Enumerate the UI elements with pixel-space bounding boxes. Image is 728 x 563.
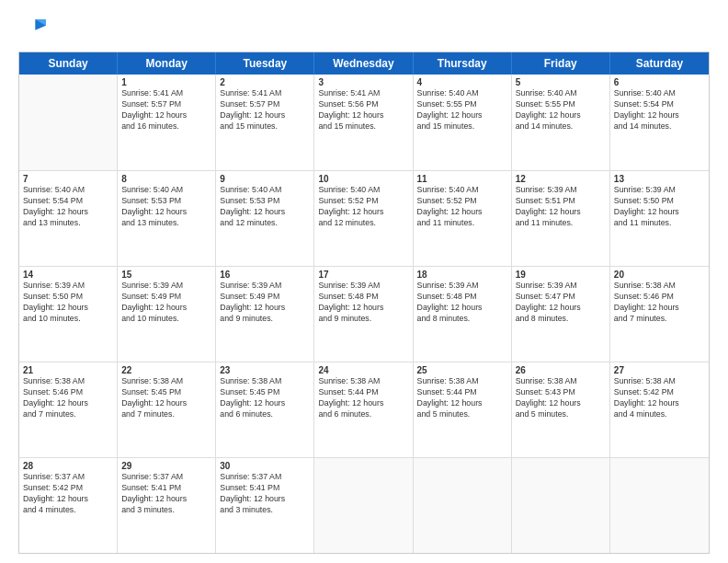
cell-date-number: 16 (220, 270, 310, 280)
cell-sun-info: Sunrise: 5:39 AMSunset: 5:47 PMDaylight:… (516, 281, 606, 325)
header-day-saturday: Saturday (610, 52, 709, 75)
header (18, 15, 710, 42)
calendar-cell: 14Sunrise: 5:39 AMSunset: 5:50 PMDayligh… (19, 267, 118, 362)
cell-date-number: 15 (121, 270, 211, 280)
cell-sun-info: Sunrise: 5:41 AMSunset: 5:57 PMDaylight:… (220, 88, 310, 132)
cell-date-number: 25 (417, 365, 507, 375)
cell-date-number: 4 (417, 77, 507, 87)
header-day-tuesday: Tuesday (216, 52, 314, 75)
cell-sun-info: Sunrise: 5:38 AMSunset: 5:46 PMDaylight:… (23, 376, 113, 420)
cell-date-number: 9 (220, 174, 310, 184)
calendar: SundayMondayTuesdayWednesdayThursdayFrid… (18, 52, 710, 554)
cell-date-number: 7 (23, 174, 113, 184)
calendar-cell: 22Sunrise: 5:38 AMSunset: 5:45 PMDayligh… (118, 362, 216, 457)
calendar-cell: 6Sunrise: 5:40 AMSunset: 5:54 PMDaylight… (610, 75, 709, 170)
calendar-cell (512, 458, 610, 553)
calendar-cell: 13Sunrise: 5:39 AMSunset: 5:50 PMDayligh… (610, 171, 709, 266)
cell-date-number: 19 (516, 270, 606, 280)
cell-sun-info: Sunrise: 5:40 AMSunset: 5:54 PMDaylight:… (23, 185, 113, 229)
calendar-cell: 26Sunrise: 5:38 AMSunset: 5:43 PMDayligh… (512, 362, 610, 457)
calendar-cell: 11Sunrise: 5:40 AMSunset: 5:52 PMDayligh… (414, 171, 512, 266)
header-day-friday: Friday (512, 52, 610, 75)
cell-sun-info: Sunrise: 5:38 AMSunset: 5:42 PMDaylight:… (614, 376, 705, 420)
cell-date-number: 29 (121, 461, 211, 471)
cell-sun-info: Sunrise: 5:40 AMSunset: 5:54 PMDaylight:… (614, 88, 705, 132)
calendar-cell: 3Sunrise: 5:41 AMSunset: 5:56 PMDaylight… (314, 75, 413, 170)
cell-sun-info: Sunrise: 5:40 AMSunset: 5:52 PMDaylight:… (417, 185, 507, 229)
cell-date-number: 20 (614, 270, 705, 280)
page: SundayMondayTuesdayWednesdayThursdayFrid… (0, 0, 728, 563)
cell-sun-info: Sunrise: 5:41 AMSunset: 5:57 PMDaylight:… (121, 88, 211, 132)
cell-date-number: 6 (614, 77, 705, 87)
cell-sun-info: Sunrise: 5:40 AMSunset: 5:53 PMDaylight:… (121, 185, 211, 229)
cell-sun-info: Sunrise: 5:39 AMSunset: 5:50 PMDaylight:… (614, 185, 705, 229)
cell-sun-info: Sunrise: 5:38 AMSunset: 5:44 PMDaylight:… (417, 376, 507, 420)
header-day-monday: Monday (118, 52, 216, 75)
calendar-cell: 12Sunrise: 5:39 AMSunset: 5:51 PMDayligh… (512, 171, 610, 266)
cell-date-number: 5 (516, 77, 606, 87)
cell-date-number: 14 (23, 270, 113, 280)
cell-sun-info: Sunrise: 5:38 AMSunset: 5:46 PMDaylight:… (614, 281, 705, 325)
cell-sun-info: Sunrise: 5:38 AMSunset: 5:45 PMDaylight:… (220, 376, 310, 420)
cell-date-number: 21 (23, 365, 113, 375)
cell-date-number: 11 (417, 174, 507, 184)
calendar-cell: 7Sunrise: 5:40 AMSunset: 5:54 PMDaylight… (19, 171, 118, 266)
cell-sun-info: Sunrise: 5:38 AMSunset: 5:44 PMDaylight:… (318, 376, 408, 420)
header-day-thursday: Thursday (414, 52, 512, 75)
cell-date-number: 30 (220, 461, 310, 471)
cell-sun-info: Sunrise: 5:39 AMSunset: 5:48 PMDaylight:… (417, 281, 507, 325)
calendar-cell: 16Sunrise: 5:39 AMSunset: 5:49 PMDayligh… (216, 267, 314, 362)
calendar-cell: 8Sunrise: 5:40 AMSunset: 5:53 PMDaylight… (118, 171, 216, 266)
cell-sun-info: Sunrise: 5:40 AMSunset: 5:55 PMDaylight:… (516, 88, 606, 132)
cell-sun-info: Sunrise: 5:38 AMSunset: 5:43 PMDaylight:… (516, 376, 606, 420)
calendar-row: 7Sunrise: 5:40 AMSunset: 5:54 PMDaylight… (19, 170, 709, 266)
logo-icon (18, 15, 46, 42)
calendar-cell: 10Sunrise: 5:40 AMSunset: 5:52 PMDayligh… (314, 171, 413, 266)
cell-date-number: 17 (318, 270, 408, 280)
cell-date-number: 13 (614, 174, 705, 184)
cell-date-number: 3 (318, 77, 408, 87)
calendar-cell: 4Sunrise: 5:40 AMSunset: 5:55 PMDaylight… (414, 75, 512, 170)
calendar-cell: 25Sunrise: 5:38 AMSunset: 5:44 PMDayligh… (414, 362, 512, 457)
calendar-row: 28Sunrise: 5:37 AMSunset: 5:42 PMDayligh… (19, 457, 709, 553)
calendar-cell: 24Sunrise: 5:38 AMSunset: 5:44 PMDayligh… (314, 362, 413, 457)
calendar-row: 1Sunrise: 5:41 AMSunset: 5:57 PMDaylight… (19, 75, 709, 170)
calendar-cell: 5Sunrise: 5:40 AMSunset: 5:55 PMDaylight… (512, 75, 610, 170)
cell-date-number: 1 (121, 77, 211, 87)
cell-date-number: 8 (121, 174, 211, 184)
calendar-cell: 28Sunrise: 5:37 AMSunset: 5:42 PMDayligh… (19, 458, 118, 553)
cell-date-number: 22 (121, 365, 211, 375)
cell-sun-info: Sunrise: 5:40 AMSunset: 5:52 PMDaylight:… (318, 185, 408, 229)
calendar-cell: 23Sunrise: 5:38 AMSunset: 5:45 PMDayligh… (216, 362, 314, 457)
calendar-cell: 30Sunrise: 5:37 AMSunset: 5:41 PMDayligh… (216, 458, 314, 553)
calendar-cell (19, 75, 118, 170)
calendar-cell (414, 458, 512, 553)
cell-sun-info: Sunrise: 5:38 AMSunset: 5:45 PMDaylight:… (121, 376, 211, 420)
cell-sun-info: Sunrise: 5:40 AMSunset: 5:53 PMDaylight:… (220, 185, 310, 229)
calendar-cell: 2Sunrise: 5:41 AMSunset: 5:57 PMDaylight… (216, 75, 314, 170)
calendar-body: 1Sunrise: 5:41 AMSunset: 5:57 PMDaylight… (19, 75, 709, 553)
calendar-cell: 19Sunrise: 5:39 AMSunset: 5:47 PMDayligh… (512, 267, 610, 362)
cell-date-number: 26 (516, 365, 606, 375)
cell-date-number: 12 (516, 174, 606, 184)
cell-sun-info: Sunrise: 5:41 AMSunset: 5:56 PMDaylight:… (318, 88, 408, 132)
calendar-header: SundayMondayTuesdayWednesdayThursdayFrid… (19, 52, 709, 75)
calendar-cell: 20Sunrise: 5:38 AMSunset: 5:46 PMDayligh… (610, 267, 709, 362)
cell-sun-info: Sunrise: 5:37 AMSunset: 5:41 PMDaylight:… (121, 472, 211, 516)
cell-sun-info: Sunrise: 5:37 AMSunset: 5:42 PMDaylight:… (23, 472, 113, 516)
calendar-cell: 9Sunrise: 5:40 AMSunset: 5:53 PMDaylight… (216, 171, 314, 266)
cell-sun-info: Sunrise: 5:39 AMSunset: 5:50 PMDaylight:… (23, 281, 113, 325)
cell-date-number: 2 (220, 77, 310, 87)
cell-sun-info: Sunrise: 5:39 AMSunset: 5:49 PMDaylight:… (121, 281, 211, 325)
cell-date-number: 24 (318, 365, 408, 375)
calendar-cell: 21Sunrise: 5:38 AMSunset: 5:46 PMDayligh… (19, 362, 118, 457)
calendar-cell (314, 458, 413, 553)
calendar-cell: 15Sunrise: 5:39 AMSunset: 5:49 PMDayligh… (118, 267, 216, 362)
cell-sun-info: Sunrise: 5:39 AMSunset: 5:48 PMDaylight:… (318, 281, 408, 325)
cell-date-number: 18 (417, 270, 507, 280)
calendar-cell: 29Sunrise: 5:37 AMSunset: 5:41 PMDayligh… (118, 458, 216, 553)
calendar-cell (610, 458, 709, 553)
calendar-cell: 18Sunrise: 5:39 AMSunset: 5:48 PMDayligh… (414, 267, 512, 362)
cell-date-number: 28 (23, 461, 113, 471)
cell-sun-info: Sunrise: 5:39 AMSunset: 5:51 PMDaylight:… (516, 185, 606, 229)
